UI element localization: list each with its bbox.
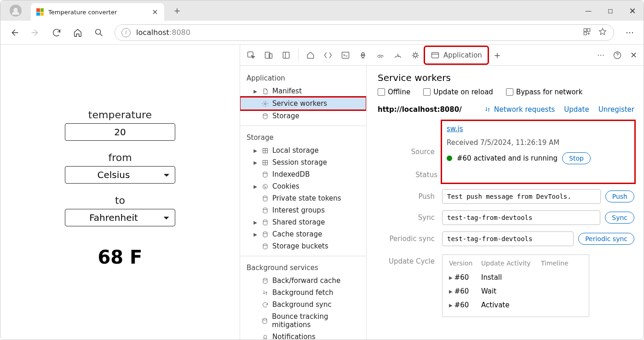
- sidebar-item-storage-buckets[interactable]: ▶Storage buckets: [240, 240, 366, 252]
- sidebar-item-cache-storage[interactable]: ▶Cache storage: [240, 228, 366, 240]
- svg-point-22: [263, 196, 267, 197]
- tab-performance-icon[interactable]: [390, 46, 406, 64]
- checkbox-label: Offline: [388, 88, 410, 96]
- label-update-cycle: Update Cycle: [382, 253, 442, 265]
- sync-input[interactable]: [442, 210, 600, 225]
- device-toggle-icon[interactable]: [260, 46, 277, 64]
- svg-rect-3: [584, 32, 586, 35]
- tab-application-label: Application: [443, 51, 482, 59]
- checkbox-bypass[interactable]: Bypass for network: [506, 88, 583, 96]
- network-requests-link[interactable]: Network requests: [484, 105, 555, 114]
- select-from[interactable]: Celsius: [65, 166, 175, 184]
- sidebar-item-private-tokens[interactable]: ▶Private state tokens: [240, 192, 366, 204]
- sidebar-item-cookies[interactable]: ▶Cookies: [240, 180, 366, 192]
- tab-elements-icon[interactable]: [320, 46, 336, 64]
- sidebar-section-application: Application: [240, 70, 366, 85]
- sidebar-item-bfcache[interactable]: ▶Back/forward cache: [240, 275, 366, 287]
- database-icon: [261, 242, 269, 250]
- sidebar-item-label: Interest groups: [272, 206, 325, 214]
- sidebar-item-service-workers[interactable]: ▶Service workers: [240, 97, 366, 110]
- push-input[interactable]: [442, 189, 601, 204]
- sidebar-item-manifest[interactable]: ▶Manifest: [240, 85, 366, 97]
- svg-point-9: [362, 52, 364, 55]
- site-info-icon[interactable]: i: [121, 28, 131, 37]
- result-text: 68 F: [98, 247, 143, 268]
- back-button[interactable]: [5, 23, 23, 42]
- svg-rect-2: [587, 29, 590, 31]
- refresh-button[interactable]: [47, 23, 66, 42]
- periodic-sync-button[interactable]: Periodic sync: [578, 233, 634, 245]
- sidebar-item-interest-groups[interactable]: ▶Interest groups: [240, 204, 366, 216]
- push-button[interactable]: Push: [605, 190, 634, 202]
- col-timeline: Timeline: [541, 259, 582, 267]
- sidebar-item-bounce[interactable]: ▶Bounce tracking mitigations: [240, 311, 366, 331]
- periodic-sync-input[interactable]: [442, 231, 574, 246]
- svg-point-25: [263, 231, 267, 233]
- sidebar-item-indexeddb[interactable]: ▶IndexedDB: [240, 168, 366, 180]
- checkbox-offline[interactable]: Offline: [378, 88, 410, 96]
- sidebar-item-bg-sync[interactable]: ▶Background sync: [240, 299, 366, 311]
- tab-sources-icon[interactable]: [355, 46, 371, 64]
- cycle-row[interactable]: ▶#60 Wait: [449, 284, 582, 298]
- tab-application[interactable]: Application: [425, 46, 488, 64]
- search-button[interactable]: [90, 23, 108, 42]
- sync-button[interactable]: Sync: [605, 212, 634, 224]
- source-link[interactable]: sw.js: [447, 125, 463, 133]
- svg-point-10: [414, 53, 417, 57]
- window-maximize-button[interactable]: ◻: [599, 0, 621, 21]
- browser-tab[interactable]: Temperature converter ✕: [31, 3, 164, 21]
- sidebar-item-notifications[interactable]: ▶Notifications: [240, 331, 366, 340]
- window-close-button[interactable]: ✕: [621, 0, 644, 21]
- origin-text: http://localhost:8080/: [378, 105, 462, 114]
- profile-icon[interactable]: [10, 5, 22, 17]
- sidebar-item-label: Shared storage: [272, 218, 325, 226]
- update-link[interactable]: Update: [564, 105, 589, 114]
- svg-point-18: [263, 184, 267, 189]
- sidebar-item-session-storage[interactable]: ▶Session storage: [240, 156, 366, 168]
- sidebar-item-local-storage[interactable]: ▶Local storage: [240, 144, 366, 156]
- extensions-icon[interactable]: [582, 27, 592, 38]
- svg-point-13: [264, 103, 266, 104]
- checkbox-label: Update on reload: [433, 88, 493, 96]
- checkbox-update-on-reload[interactable]: Update on reload: [423, 88, 493, 96]
- sidebar-item-label: IndexedDB: [272, 170, 310, 179]
- devtools-help-icon[interactable]: [609, 46, 626, 64]
- dock-icon[interactable]: [278, 46, 294, 64]
- favorites-icon[interactable]: [598, 27, 607, 38]
- home-button[interactable]: [69, 23, 87, 42]
- svg-point-14: [263, 113, 267, 115]
- database-icon: [261, 171, 269, 178]
- file-icon: [261, 87, 269, 95]
- sidebar-item-label: Manifest: [272, 87, 302, 95]
- devtools-close-button[interactable]: ✕: [627, 46, 641, 64]
- add-tab-button[interactable]: ＋: [489, 48, 506, 62]
- input-temperature[interactable]: [65, 123, 175, 141]
- new-tab-button[interactable]: ＋: [170, 3, 184, 18]
- inspect-icon[interactable]: [243, 46, 259, 64]
- close-tab-button[interactable]: ✕: [151, 8, 159, 16]
- service-workers-pane: Service workers Offline Update on reload…: [367, 66, 644, 340]
- stop-button[interactable]: Stop: [562, 152, 591, 164]
- tab-console-icon[interactable]: [337, 46, 354, 64]
- cycle-row[interactable]: ▶#60 Activate: [449, 298, 582, 312]
- devtools-more-button[interactable]: ⋯: [593, 46, 608, 64]
- tab-welcome-icon[interactable]: [302, 46, 319, 64]
- sidebar-item-storage[interactable]: ▶Storage: [240, 110, 366, 122]
- sidebar-item-label: Notifications: [272, 333, 316, 340]
- select-to[interactable]: Fahrenheit: [65, 209, 175, 226]
- address-bar[interactable]: i localhost:8080: [115, 24, 614, 41]
- sidebar-item-shared-storage[interactable]: ▶Shared storage: [240, 216, 366, 228]
- sidebar-item-bg-fetch[interactable]: ▶Background fetch: [240, 287, 366, 299]
- tab-network-icon[interactable]: [372, 46, 389, 64]
- grid-icon: [261, 159, 269, 166]
- bell-icon: [261, 333, 269, 340]
- label-temperature: temperature: [88, 109, 152, 121]
- sidebar-item-label: Background sync: [272, 300, 332, 309]
- devtools-panel: Application ＋ ⋯ ✕ Application ▶Manifest …: [240, 45, 644, 340]
- unregister-link[interactable]: Unregister: [598, 105, 634, 114]
- tab-memory-icon[interactable]: [407, 46, 424, 64]
- browser-menu-button[interactable]: ⋯: [621, 23, 639, 42]
- cycle-row[interactable]: ▶#60 Install: [449, 271, 582, 284]
- devtools-sidebar[interactable]: Application ▶Manifest ▶Service workers ▶…: [240, 66, 367, 340]
- window-minimize-button[interactable]: —: [577, 0, 599, 21]
